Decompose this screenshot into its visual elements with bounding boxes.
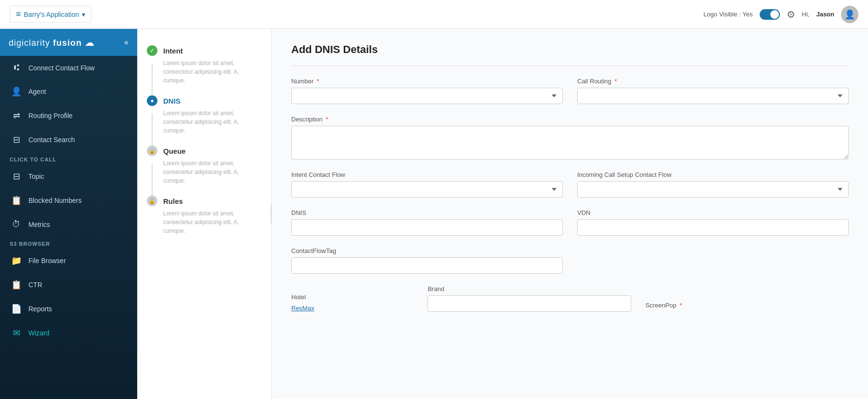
number-select[interactable] bbox=[291, 88, 563, 104]
intent-contact-flow-select[interactable] bbox=[291, 181, 563, 198]
screenpop-required: * bbox=[680, 302, 682, 309]
blocked-numbers-icon: 📋 bbox=[11, 195, 22, 206]
form-row-contact-flows: Intent Contact Flow Incoming Call Setup … bbox=[291, 171, 849, 198]
incoming-call-setup-label: Incoming Call Setup Contact Flow bbox=[577, 171, 849, 178]
form-row-dnis-vdn: DNIS VDN bbox=[291, 209, 849, 236]
form-panel: Add DNIS Details Number * Call Routing * bbox=[272, 29, 868, 399]
form-field-intent-contact-flow: Intent Contact Flow bbox=[291, 171, 563, 198]
form-row-hotel-brand-screenpop: Hotel ResMax Brand ScreenPop * bbox=[291, 285, 849, 312]
sidebar-item-label: File Browser bbox=[28, 257, 66, 265]
agent-icon: 👤 bbox=[11, 86, 22, 97]
file-browser-icon: 📁 bbox=[11, 255, 22, 266]
step-header-rules: 🔒 Rules bbox=[147, 196, 262, 206]
routing-profile-icon: ⇌ bbox=[11, 110, 22, 121]
step-indicator-queue: 🔒 bbox=[147, 146, 157, 156]
step-item-queue: 🔒 Queue Lorem ipsum dolor sit amet, cons… bbox=[137, 139, 272, 189]
nav-section-click-to-call: ⊟ Topic 📋 Blocked Numbers ⏱ Metrics bbox=[0, 164, 137, 236]
sidebar-collapse-button[interactable]: « bbox=[124, 38, 129, 47]
call-routing-label: Call Routing * bbox=[577, 78, 849, 85]
section-s3-browser: S3 BROWSER bbox=[0, 236, 137, 249]
logo: digiclarity fusion ☁ bbox=[9, 37, 95, 48]
hotel-resmax-wrap: ResMax bbox=[291, 304, 413, 312]
form-field-incoming-call-setup: Incoming Call Setup Contact Flow bbox=[577, 171, 849, 198]
incoming-call-setup-select[interactable] bbox=[577, 181, 849, 198]
app-selector-button[interactable]: ≡ Barry's Application ▾ bbox=[10, 6, 91, 23]
step-item-dnis: ● DNIS Lorem ipsum dolor sit amet, conse… bbox=[137, 89, 272, 139]
connect-contact-flow-icon: ⑆ bbox=[11, 63, 22, 73]
step-desc-intent: Lorem ipsum dolor sit amet, consectetur … bbox=[163, 59, 262, 85]
topbar-left: ≡ Barry's Application ▾ bbox=[10, 6, 91, 23]
sidebar-item-label: Topic bbox=[28, 173, 44, 180]
sidebar-item-label: Connect Contact Flow bbox=[28, 64, 95, 72]
form-field-call-routing: Call Routing * bbox=[577, 78, 849, 104]
ctr-icon: 📋 bbox=[11, 279, 22, 290]
sidebar-item-label: Blocked Numbers bbox=[28, 197, 82, 204]
topbar: ≡ Barry's Application ▾ Logo Visible : Y… bbox=[0, 0, 868, 29]
form-field-contact-flow-tag: ContactFlowTag bbox=[291, 247, 563, 274]
contact-flow-tag-input[interactable] bbox=[291, 257, 563, 274]
settings-icon[interactable]: ⚙ bbox=[787, 9, 795, 20]
logo-wrap: digiclarity fusion ☁ « bbox=[0, 29, 137, 56]
form-field-spacer bbox=[577, 247, 849, 274]
wizard-icon: ✉ bbox=[11, 328, 22, 338]
sidebar-item-agent[interactable]: 👤 Agent bbox=[0, 80, 137, 104]
form-field-number: Number * bbox=[291, 78, 563, 104]
step-title-queue: Queue bbox=[163, 147, 186, 155]
sidebar-item-reports[interactable]: 📄 Reports bbox=[0, 297, 137, 321]
nav-section-wizard: ✉ Wizard bbox=[0, 321, 137, 345]
sidebar-item-topic[interactable]: ⊟ Topic bbox=[0, 164, 137, 188]
form-field-brand: Brand bbox=[428, 285, 631, 312]
step-indicator-rules: 🔒 bbox=[147, 196, 157, 206]
vdn-input[interactable] bbox=[577, 219, 849, 236]
step-desc-queue: Lorem ipsum dolor sit amet, consectetur … bbox=[163, 159, 262, 185]
toggle-switch[interactable] bbox=[760, 9, 780, 20]
step-desc-dnis: Lorem ipsum dolor sit amet, consectetur … bbox=[163, 109, 262, 135]
call-routing-required: * bbox=[614, 78, 617, 85]
sidebar-item-contact-search[interactable]: ⊟ Contact Search bbox=[0, 128, 137, 152]
form-field-hotel: Hotel ResMax bbox=[291, 293, 413, 312]
sidebar-item-label: Agent bbox=[28, 88, 46, 95]
cloud-icon: ☁ bbox=[85, 37, 95, 48]
form-field-vdn: VDN bbox=[577, 209, 849, 236]
sidebar-item-file-browser[interactable]: 📁 File Browser bbox=[0, 249, 137, 273]
contact-search-icon: ⊟ bbox=[11, 134, 22, 145]
description-textarea[interactable] bbox=[291, 126, 849, 160]
form-title: Add DNIS Details bbox=[291, 43, 849, 56]
topic-icon: ⊟ bbox=[11, 171, 22, 182]
sidebar: digiclarity fusion ☁ « ⑆ Connect Contact… bbox=[0, 29, 137, 399]
intent-contact-flow-label: Intent Contact Flow bbox=[291, 171, 563, 178]
sidebar-item-metrics[interactable]: ⏱ Metrics bbox=[0, 213, 137, 236]
sidebar-item-label: Routing Profile bbox=[28, 112, 73, 120]
logo-visible-toggle[interactable] bbox=[760, 9, 780, 20]
step-indicator-intent: ✓ bbox=[147, 45, 157, 56]
resmax-link[interactable]: ResMax bbox=[291, 305, 314, 312]
sidebar-item-blocked-numbers[interactable]: 📋 Blocked Numbers bbox=[0, 188, 137, 213]
sidebar-item-routing-profile[interactable]: ⇌ Routing Profile bbox=[0, 104, 137, 128]
app-selector-label: Barry's Application bbox=[24, 11, 79, 18]
hotel-label: Hotel bbox=[291, 293, 413, 301]
logo-text-bold: fusion bbox=[53, 38, 82, 48]
form-row-contact-flow-tag: ContactFlowTag bbox=[291, 247, 849, 274]
user-name-label: Jason bbox=[816, 11, 834, 18]
step-indicator-dnis: ● bbox=[147, 95, 157, 106]
avatar[interactable]: 👤 bbox=[841, 6, 858, 23]
form-row-description: Description * bbox=[291, 116, 849, 160]
reports-icon: 📄 bbox=[11, 304, 22, 314]
form-field-description: Description * bbox=[291, 116, 849, 160]
sidebar-item-ctr[interactable]: 📋 CTR bbox=[0, 273, 137, 297]
form-divider bbox=[291, 66, 849, 66]
sidebar-item-label: Metrics bbox=[28, 221, 50, 228]
steps-panel: ❯ ✓ Intent Lorem ipsum dolor sit amet, c… bbox=[137, 29, 272, 399]
dnis-label: DNIS bbox=[291, 209, 563, 216]
sidebar-item-connect-contact-flow[interactable]: ⑆ Connect Contact Flow bbox=[0, 56, 137, 80]
step-header-queue: 🔒 Queue bbox=[147, 146, 262, 156]
call-routing-select[interactable] bbox=[577, 88, 849, 104]
step-title-dnis: DNIS bbox=[163, 97, 181, 105]
brand-input[interactable] bbox=[428, 295, 631, 312]
pipe-icon: ≡ bbox=[16, 9, 21, 19]
dnis-input[interactable] bbox=[291, 219, 563, 236]
nav-section-main: ⑆ Connect Contact Flow 👤 Agent ⇌ Routing… bbox=[0, 56, 137, 152]
metrics-icon: ⏱ bbox=[11, 219, 22, 229]
sidebar-item-wizard[interactable]: ✉ Wizard bbox=[0, 321, 137, 345]
steps-panel-collapse[interactable]: ❯ bbox=[271, 204, 272, 224]
